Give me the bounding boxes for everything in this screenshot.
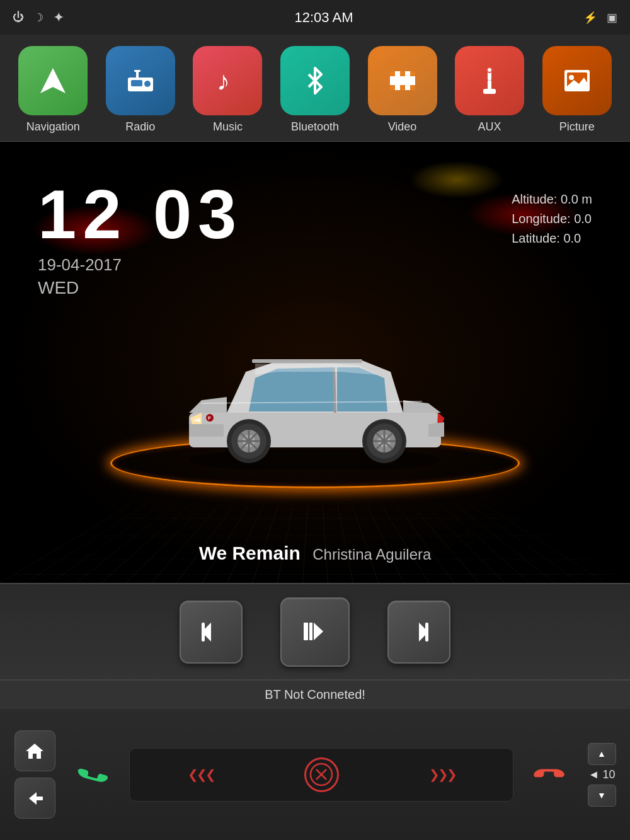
volume-control: ▲ ◄ 10 ▼ [580, 743, 624, 807]
power-icon[interactable]: ⏻ [13, 11, 24, 24]
svg-rect-5 [134, 70, 140, 72]
phone-answer-icon [76, 757, 110, 792]
picture-label: Picture [559, 120, 595, 134]
time-hour: 12 [38, 175, 127, 253]
glow-top-right-effect [410, 161, 504, 198]
app-bluetooth[interactable]: Bluetooth [280, 46, 350, 134]
svg-rect-53 [425, 623, 428, 642]
picture-frame-icon [561, 65, 593, 96]
play-pause-icon [301, 618, 329, 646]
time-big: 12 03 [38, 180, 243, 249]
bottom-bar: BT Not Conneted! ❮❮❮ [0, 681, 630, 840]
svg-point-17 [487, 67, 492, 72]
app-video[interactable]: Video [368, 46, 437, 134]
radio-label: Radio [125, 120, 155, 134]
svg-point-3 [144, 81, 151, 87]
prev-icon [198, 619, 224, 645]
svg-rect-8 [390, 71, 395, 76]
media-control-bar: ❮❮❮ ❯❯❯ [129, 748, 513, 802]
svg-text:P: P [208, 416, 211, 420]
video-icon-bg [368, 46, 437, 115]
music-icon-bg: ♪ [193, 46, 262, 115]
time-minute: 03 [153, 175, 243, 253]
home-button[interactable] [14, 730, 55, 771]
latitude-row: Latitude: 0.0 [512, 231, 592, 246]
svg-rect-12 [400, 71, 405, 76]
navigation-icon-bg [18, 46, 88, 115]
bt-status-text: BT Not Conneted! [265, 688, 365, 702]
svg-rect-56 [35, 797, 43, 800]
navigation-label: Navigation [26, 120, 80, 134]
video-label: Video [388, 120, 417, 134]
app-music[interactable]: ♪ Music [193, 46, 262, 134]
music-label: Music [213, 120, 243, 134]
phone-end-icon [532, 757, 567, 792]
app-grid: Navigation Radio ♪ Music Bluetooth [0, 35, 630, 142]
play-pause-button[interactable] [280, 597, 350, 667]
back-icon [25, 789, 44, 808]
svg-rect-10 [390, 85, 395, 90]
svg-marker-0 [40, 68, 66, 93]
date-display: 19-04-2017 [38, 255, 243, 275]
svg-point-20 [569, 75, 574, 80]
volume-down-button[interactable]: ▼ [588, 785, 616, 807]
app-aux[interactable]: AUX [455, 46, 524, 134]
screen-icon: ▣ [607, 11, 617, 25]
svg-rect-16 [483, 89, 496, 94]
svg-rect-4 [136, 71, 139, 79]
prev-button[interactable] [180, 601, 243, 664]
back-button[interactable] [14, 778, 55, 819]
picture-icon-bg [542, 46, 612, 115]
next-icon [406, 619, 432, 645]
svg-line-23 [334, 367, 335, 413]
svg-rect-51 [309, 623, 312, 640]
radio-icon-bg [106, 46, 175, 115]
longitude-row: Longitude: 0.0 [512, 212, 592, 226]
altitude-row: Altitude: 0.0 m [512, 192, 592, 207]
end-call-button[interactable] [526, 751, 573, 798]
altitude-value: 0.0 m [561, 192, 592, 206]
cancel-x-icon [309, 762, 333, 786]
bluetooth-icon-bg [280, 46, 350, 115]
song-info: We Remain Christina Aguilera [199, 543, 432, 564]
usb-icon: ⚡ [583, 11, 597, 25]
main-display: 12 03 19-04-2017 WED Altitude: 0.0 m Lon… [0, 142, 630, 583]
car-platform: P [94, 312, 536, 501]
status-bar-right: ⚡ ▣ [583, 11, 617, 25]
bt-status-bar: BT Not Conneted! [0, 681, 630, 709]
svg-rect-24 [252, 359, 362, 363]
svg-rect-9 [410, 71, 415, 76]
current-time: 12:03 AM [295, 9, 353, 26]
svg-rect-50 [304, 623, 308, 640]
svg-rect-15 [488, 81, 491, 90]
aux-cable-icon [474, 65, 505, 96]
bluetooth-label: Bluetooth [291, 120, 339, 134]
status-bar-left: ⏻ ☽ ✦ [13, 9, 64, 26]
app-picture[interactable]: Picture [542, 46, 612, 134]
longitude-label: Longitude: [512, 212, 570, 226]
song-artist: Christina Aguilera [312, 546, 431, 563]
status-bar: ⏻ ☽ ✦ 12:03 AM ⚡ ▣ [0, 0, 630, 35]
nav-buttons [6, 730, 63, 819]
answer-call-button[interactable] [69, 751, 117, 798]
home-icon [25, 742, 44, 761]
longitude-value: 0.0 [574, 212, 592, 226]
aux-label: AUX [478, 120, 501, 134]
altitude-label: Altitude: [512, 192, 557, 206]
radio-svg-icon [125, 65, 156, 96]
bluetooth-symbol-icon [299, 65, 331, 96]
app-radio[interactable]: Radio [106, 46, 175, 134]
app-navigation[interactable]: Navigation [18, 46, 88, 134]
volume-up-button[interactable]: ▲ [588, 743, 616, 765]
controls-bar [0, 583, 630, 681]
chevrons-right: ❯❯❯ [429, 767, 455, 782]
next-button[interactable] [387, 601, 450, 664]
car-container: P [142, 318, 488, 476]
brightness-icon[interactable]: ✦ [53, 9, 64, 26]
chevrons-left: ❮❮❮ [188, 767, 214, 782]
volume-label: ◄ 10 [588, 768, 616, 781]
cancel-button[interactable] [304, 757, 339, 792]
video-film-icon [387, 65, 418, 96]
car-image: P [151, 325, 479, 469]
navigation-arrow-icon [37, 65, 69, 96]
